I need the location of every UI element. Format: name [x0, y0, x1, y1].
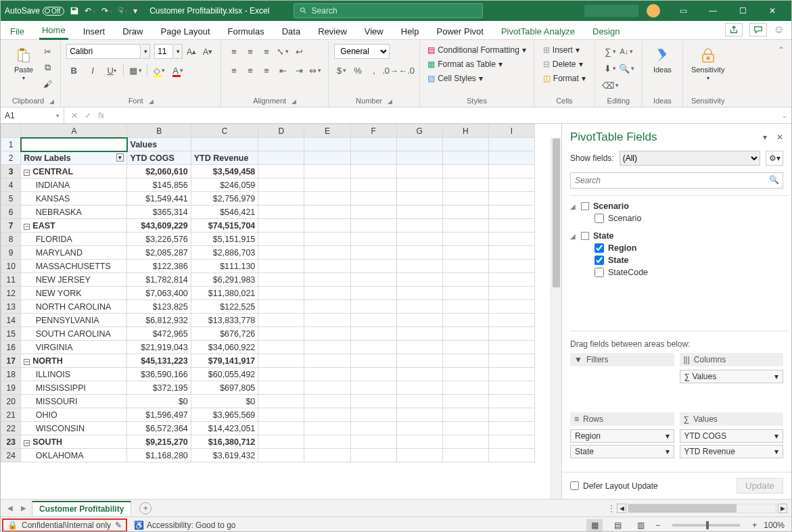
- col-pill-values[interactable]: ∑ Values▾: [680, 370, 784, 383]
- row-header[interactable]: 12: [1, 287, 21, 300]
- cell[interactable]: SOUTH CAROLINA: [21, 327, 127, 341]
- cell[interactable]: $472,965: [127, 327, 191, 341]
- cell[interactable]: $122,386: [127, 260, 191, 273]
- horizontal-scrollbar[interactable]: [628, 504, 776, 513]
- wrap-text-icon[interactable]: ↩: [292, 44, 306, 59]
- smiley-feedback[interactable]: ☺: [774, 24, 785, 36]
- undo-icon[interactable]: ↶: [85, 6, 96, 16]
- tab-formulas[interactable]: Formulas: [225, 26, 267, 39]
- row-header[interactable]: 18: [1, 368, 21, 381]
- clear-icon[interactable]: ⌫: [603, 78, 618, 93]
- view-page-layout-icon[interactable]: ▤: [609, 519, 626, 531]
- format-painter-icon[interactable]: 🖌: [40, 76, 55, 91]
- expand-icon[interactable]: −: [24, 170, 30, 176]
- cell[interactable]: −EAST: [21, 219, 127, 233]
- cell[interactable]: NEBRASKA: [21, 205, 127, 219]
- cut-icon[interactable]: ✂: [40, 44, 55, 59]
- zoom-in[interactable]: +: [752, 521, 757, 530]
- row-header[interactable]: 9: [1, 246, 21, 260]
- cell[interactable]: $60,055,492: [191, 368, 258, 381]
- cell[interactable]: $1,596,497: [127, 408, 191, 422]
- row-header[interactable]: 5: [1, 192, 21, 205]
- cell[interactable]: $0: [191, 395, 258, 408]
- cell[interactable]: FLORIDA: [21, 233, 127, 246]
- col-header[interactable]: F: [350, 124, 396, 138]
- col-header[interactable]: G: [396, 124, 442, 138]
- search-input[interactable]: [312, 6, 477, 16]
- share-button[interactable]: [725, 23, 743, 37]
- cell[interactable]: MARYLAND: [21, 246, 127, 260]
- close-button[interactable]: ✕: [758, 1, 787, 21]
- cells-delete[interactable]: ⊟Delete ▾: [541, 58, 585, 70]
- sort-filter-icon[interactable]: A↓: [619, 44, 634, 59]
- fill-color-icon[interactable]: ◇: [152, 63, 166, 78]
- orientation-icon[interactable]: ⤡: [275, 44, 290, 59]
- cell[interactable]: $3,549,458: [191, 165, 258, 178]
- cell[interactable]: $676,726: [191, 327, 258, 341]
- col-header[interactable]: I: [488, 124, 534, 138]
- autosave-toggle[interactable]: AutoSave Off: [5, 6, 64, 16]
- cell[interactable]: YTD Revenue: [191, 151, 258, 165]
- row-header[interactable]: 14: [1, 314, 21, 327]
- field-scenario-checkbox[interactable]: [595, 214, 604, 223]
- cancel-formula-icon[interactable]: ✕: [71, 111, 78, 120]
- borders-icon[interactable]: ▦: [128, 63, 143, 78]
- cells-insert[interactable]: ⊞Insert ▾: [541, 44, 582, 56]
- row-header[interactable]: 6: [1, 205, 21, 219]
- val-pill-revenue[interactable]: YTD Revenue▾: [680, 445, 784, 458]
- col-header[interactable]: C: [191, 124, 258, 138]
- field-state-checkbox[interactable]: [595, 256, 604, 265]
- row-header[interactable]: 23: [1, 435, 21, 449]
- row-header[interactable]: 8: [1, 233, 21, 246]
- find-select-icon[interactable]: 🔍: [619, 61, 634, 76]
- cell[interactable]: $9,215,270: [127, 435, 191, 449]
- align-right-icon[interactable]: ≡: [259, 63, 274, 78]
- tab-power-pivot[interactable]: Power Pivot: [434, 26, 486, 39]
- zoom-level[interactable]: 100%: [764, 521, 785, 530]
- align-left-icon[interactable]: ≡: [227, 63, 241, 78]
- expand-icon[interactable]: −: [24, 359, 30, 365]
- font-name[interactable]: [66, 44, 141, 59]
- field-region-checkbox[interactable]: [595, 243, 604, 253]
- cell[interactable]: $36,590,166: [127, 368, 191, 381]
- col-header[interactable]: H: [442, 124, 488, 138]
- cell[interactable]: OKLAHOMA: [21, 449, 127, 462]
- cell[interactable]: $6,812,932: [127, 314, 191, 327]
- cell[interactable]: $372,195: [127, 381, 191, 395]
- values-area[interactable]: ∑Values YTD COGS▾ YTD Revenue▾: [680, 412, 784, 466]
- number-launcher[interactable]: ◢: [388, 98, 392, 105]
- tab-page-layout[interactable]: Page Layout: [158, 26, 213, 39]
- row-pill-state[interactable]: State▾: [570, 445, 674, 458]
- autosum-icon[interactable]: ∑: [603, 44, 618, 59]
- cell-styles[interactable]: ▧Cell Styles ▾: [425, 72, 485, 84]
- row-header[interactable]: 3: [1, 165, 21, 178]
- ribbon-display-options[interactable]: ▭: [668, 1, 698, 21]
- font-size[interactable]: [154, 44, 173, 59]
- cell[interactable]: $13,833,778: [191, 314, 258, 327]
- align-bottom-icon[interactable]: ≡: [259, 44, 274, 59]
- minimize-button[interactable]: —: [698, 1, 728, 21]
- cell[interactable]: MASSACHUSETTS: [21, 260, 127, 273]
- edit-sensitivity-icon[interactable]: ✎: [115, 521, 122, 530]
- touch-mode-icon[interactable]: ☟: [118, 6, 128, 16]
- cell[interactable]: $14,423,051: [191, 422, 258, 435]
- qat-customize[interactable]: ▾: [133, 6, 137, 16]
- expand-formula-bar[interactable]: ⌄: [782, 112, 791, 119]
- account-name[interactable]: [584, 5, 638, 17]
- col-header[interactable]: A: [21, 124, 127, 138]
- cell[interactable]: Row Labels ▾: [21, 151, 127, 165]
- conditional-formatting[interactable]: ▤Conditional Formatting ▾: [425, 44, 528, 56]
- number-format[interactable]: General: [334, 44, 390, 59]
- cell[interactable]: $6,572,364: [127, 422, 191, 435]
- clipboard-launcher[interactable]: ◢: [49, 98, 54, 105]
- tab-data[interactable]: Data: [279, 26, 303, 39]
- rows-area[interactable]: ≡Rows Region▾ State▾: [570, 412, 674, 466]
- cell[interactable]: $1,168,280: [127, 449, 191, 462]
- tab-insert[interactable]: Insert: [80, 26, 108, 39]
- cell[interactable]: $111,130: [191, 260, 258, 273]
- account-avatar[interactable]: [647, 4, 660, 18]
- row-header[interactable]: 16: [1, 341, 21, 354]
- cell[interactable]: $365,314: [127, 205, 191, 219]
- cell[interactable]: NORTH CAROLINA: [21, 300, 127, 314]
- cells-format[interactable]: ◫Format ▾: [541, 72, 588, 84]
